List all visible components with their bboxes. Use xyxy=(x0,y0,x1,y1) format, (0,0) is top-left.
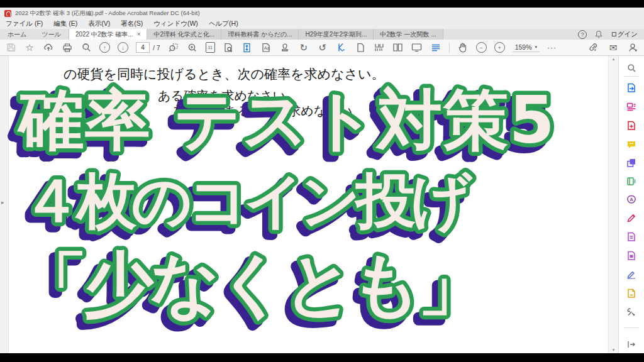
doc-tab-label: 中2数学 一次関数 ... xyxy=(380,30,436,39)
hand-tool-icon[interactable] xyxy=(457,42,469,53)
svg-text:Aa: Aa xyxy=(264,46,270,50)
email-icon[interactable]: ✉ xyxy=(608,42,619,53)
add-account-icon[interactable] xyxy=(628,42,639,53)
page-navigation: 4 / 7 xyxy=(136,42,160,53)
save-icon[interactable] xyxy=(5,42,16,53)
doc-tab-2[interactable]: 中2理科 化学式と化... xyxy=(147,29,221,40)
doc-tab-4[interactable]: H29年度2年2学期到... xyxy=(299,29,374,40)
close-tab-icon[interactable]: × xyxy=(137,31,141,38)
doc-tab-active[interactable]: 2022 中2数学 確率... × xyxy=(69,29,148,40)
doc-tab-label: 2022 中2数学 確率... xyxy=(75,30,133,39)
menu-file[interactable]: ファイル (F) xyxy=(6,19,43,28)
doc-tab-label: 中2理科 化学式と化... xyxy=(153,30,214,39)
doc-tab-3[interactable]: 理科教科書 からだの... xyxy=(221,29,299,40)
full-screen-icon[interactable] xyxy=(411,42,423,53)
rail-scan-ocr-icon[interactable] xyxy=(626,250,637,261)
chevron-down-icon: ▾ xyxy=(535,45,538,50)
rail-prepare-form-icon[interactable] xyxy=(626,231,637,243)
letterbox-top xyxy=(0,0,644,8)
toolbar-overflow-button[interactable]: ··· xyxy=(547,43,557,52)
marquee-zoom-icon[interactable] xyxy=(168,42,179,53)
expand-nav-pane-icon[interactable]: ▸ xyxy=(1,199,4,206)
two-page-view-icon[interactable] xyxy=(392,42,404,53)
collapse-rail-icon[interactable] xyxy=(626,339,637,350)
menu-sign[interactable]: 署名(S) xyxy=(121,19,143,28)
menu-window[interactable]: ウィンドウ(W) xyxy=(153,19,198,28)
letterbox-bottom xyxy=(0,353,644,362)
pdf-text-line: 枚は表である確率を求めなさい xyxy=(174,102,352,119)
main-toolbar: ☆ ↑ ↓ 4 / 7 11 Aa ↻ ↺ xyxy=(0,40,644,56)
notification-bell-icon[interactable] xyxy=(595,30,602,38)
stamp-icon[interactable] xyxy=(279,42,291,53)
rail-more-tools-icon[interactable] xyxy=(626,307,637,318)
page-count-label: / 7 xyxy=(153,44,160,52)
rail-edit-pdf-icon[interactable] xyxy=(626,101,637,112)
pdf-text-line: の硬貨を同時に投げるとき、次の確率を求めなさい。 xyxy=(64,65,384,83)
doc-tab-label: H29年度2年2学期到... xyxy=(305,30,367,39)
single-page-view-icon[interactable] xyxy=(355,42,366,53)
pdf-text-line: ある確率を求めなさい。 xyxy=(158,87,298,104)
star-favorite-icon[interactable]: ☆ xyxy=(24,42,35,53)
tab-tools[interactable]: ツール xyxy=(34,29,68,40)
page-scrolling-icon[interactable] xyxy=(242,42,253,53)
menu-view[interactable]: 表示(V) xyxy=(88,19,110,28)
menu-lines-icon[interactable] xyxy=(430,42,441,53)
rail-search-icon[interactable] xyxy=(626,62,637,74)
document-viewport[interactable]: ▸ の硬貨を同時に投げるとき、次の確率を求めなさい。 ある確率を求めなさい。 枚… xyxy=(0,56,644,353)
rail-fill-and-sign-icon[interactable] xyxy=(626,212,637,224)
menu-bar: ファイル (F) 編集 (E) 表示(V) 署名(S) ウィンドウ(W) ヘルプ… xyxy=(0,19,644,29)
rail-organize-pages-icon[interactable] xyxy=(626,175,637,187)
window-title: 2022 中2数学 確率 3 (応用編).pdf - Adobe Acrobat… xyxy=(15,9,200,18)
menu-edit[interactable]: 編集 (E) xyxy=(53,19,77,28)
zoom-level-value: 159% xyxy=(515,43,532,51)
vertical-scrollbar[interactable]: ▲ ▼ xyxy=(608,56,618,353)
title-bar: 2022 中2数学 確率 3 (応用編).pdf - Adobe Acrobat… xyxy=(0,8,644,19)
rail-certificates-icon[interactable] xyxy=(626,269,637,280)
loupe-zoom-icon[interactable] xyxy=(187,42,198,53)
preview-document-icon[interactable] xyxy=(223,42,234,53)
tab-home[interactable]: ホーム xyxy=(0,29,34,40)
rail-export-pdf-icon[interactable] xyxy=(626,82,637,94)
menu-help[interactable]: ヘルプ(H) xyxy=(209,19,238,28)
rail-compress-pdf-icon[interactable]: A xyxy=(626,194,637,205)
share-cloud-icon[interactable] xyxy=(43,42,54,53)
login-button[interactable]: ログイン xyxy=(611,30,638,39)
page-number-input[interactable]: 4 xyxy=(136,42,150,53)
rail-create-pdf-icon[interactable] xyxy=(626,120,637,131)
share-link-icon[interactable] xyxy=(587,42,599,53)
scroll-down-icon[interactable]: ▼ xyxy=(609,348,618,352)
help-icon[interactable]: ? xyxy=(578,30,587,39)
scroll-up-icon[interactable]: ▲ xyxy=(609,57,618,61)
tools-right-rail: A xyxy=(618,56,644,353)
previous-page-icon[interactable]: ↑ xyxy=(99,42,110,53)
doc-tab-label: 理科教科書 からだの... xyxy=(228,30,292,39)
acrobat-app-icon xyxy=(4,10,11,17)
snapshot-tool-icon[interactable] xyxy=(336,42,347,53)
split-view-icon[interactable] xyxy=(374,42,385,53)
zoom-out-icon[interactable]: − xyxy=(476,42,487,53)
tab-bar: ホーム ツール 2022 中2数学 確率... × 中2理科 化学式と化... … xyxy=(0,29,644,40)
rail-comment-icon[interactable] xyxy=(626,139,637,150)
zoom-in-icon[interactable]: + xyxy=(494,42,505,53)
doc-tab-5[interactable]: 中2数学 一次関数 ... xyxy=(374,29,443,40)
rail-combine-files-icon[interactable] xyxy=(626,157,637,168)
zoom-level-select[interactable]: 159% ▾ xyxy=(513,43,540,52)
print-icon[interactable] xyxy=(62,42,73,53)
page-thumbnails-icon[interactable]: 11 xyxy=(206,42,215,53)
search-icon[interactable] xyxy=(80,42,92,53)
rail-stamp-doc-icon[interactable] xyxy=(626,288,637,299)
next-page-icon[interactable]: ↓ xyxy=(118,42,128,53)
navigation-pane-collapsed[interactable]: ▸ xyxy=(0,56,9,353)
rotate-clockwise-icon[interactable]: ↻ xyxy=(298,42,309,53)
rotate-counterclockwise-icon[interactable]: ↺ xyxy=(317,42,328,53)
svg-text:A: A xyxy=(630,197,633,202)
read-aloud-icon[interactable]: Aa xyxy=(260,42,272,53)
